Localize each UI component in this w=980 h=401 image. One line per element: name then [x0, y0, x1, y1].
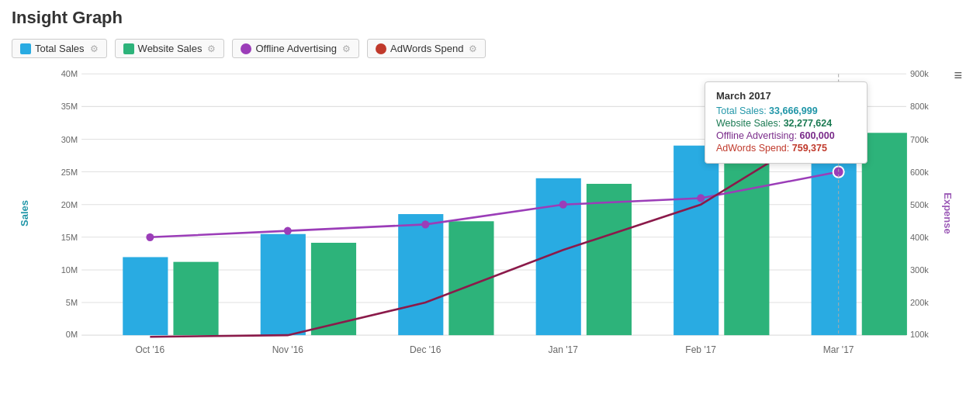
legend-item-offline-advertising[interactable]: Offline Advertising ⚙ — [232, 39, 359, 58]
y-axis-right-label: Expense — [942, 192, 954, 233]
tooltip-website-sales-value: 32,277,624 — [784, 118, 833, 129]
legend-label-adwords-spend: AdWords Spend — [390, 43, 463, 54]
legend-label-website-sales: Website Sales — [138, 43, 203, 54]
bar-dec-total-sales — [398, 214, 443, 335]
svg-text:200k: 200k — [910, 298, 929, 307]
svg-text:5M: 5M — [66, 298, 78, 307]
svg-text:400k: 400k — [910, 233, 929, 242]
legend-color-adwords-spend — [376, 43, 386, 54]
svg-text:15M: 15M — [61, 233, 78, 242]
gear-icon-total-sales[interactable]: ⚙ — [90, 43, 99, 54]
svg-text:100k: 100k — [910, 330, 929, 339]
dot-jan-offline — [559, 201, 567, 209]
svg-text:700k: 700k — [910, 134, 929, 143]
chart-menu-icon[interactable]: ≡ — [954, 67, 962, 84]
svg-text:25M: 25M — [61, 168, 78, 177]
tooltip-adwords-label: AdWords Spend: — [716, 143, 789, 154]
tooltip-total-sales-value: 33,666,999 — [769, 105, 818, 116]
x-label-jan: Jan '17 — [549, 344, 579, 355]
bar-mar-website-sales — [862, 133, 907, 335]
tooltip-total-sales-label: Total Sales: — [716, 105, 767, 116]
tooltip-offline-value: 600,000 — [799, 130, 834, 141]
dot-feb-offline — [697, 194, 705, 202]
bar-feb-website-sales — [724, 156, 769, 335]
x-label-dec: Dec '16 — [410, 344, 442, 355]
gear-icon-adwords-spend[interactable]: ⚙ — [469, 43, 477, 54]
gear-icon-offline-advertising[interactable]: ⚙ — [342, 43, 351, 54]
tooltip-offline-label: Offline Advertising: — [716, 130, 797, 141]
tooltip-row-offline: Offline Advertising: 600,000 — [716, 130, 856, 141]
svg-text:30M: 30M — [61, 134, 78, 143]
y-axis-left-label: Sales — [19, 200, 30, 226]
tooltip-row-website-sales: Website Sales: 32,277,624 — [716, 118, 856, 129]
bar-oct-total-sales — [123, 257, 168, 335]
tooltip-adwords-value: 759,375 — [792, 143, 827, 154]
bar-nov-total-sales — [261, 234, 306, 335]
svg-text:600k: 600k — [910, 168, 929, 177]
dot-oct-offline — [146, 233, 154, 241]
x-label-nov: Nov '16 — [272, 344, 304, 355]
page-title: Insight Graph — [12, 8, 968, 28]
svg-text:40M: 40M — [61, 69, 78, 78]
svg-text:0M: 0M — [66, 330, 78, 339]
svg-text:800k: 800k — [910, 102, 929, 111]
x-label-feb: Feb '17 — [685, 344, 716, 355]
tooltip-website-sales-label: Website Sales: — [716, 118, 781, 129]
dot-nov-offline — [284, 226, 292, 234]
svg-text:35M: 35M — [61, 102, 78, 111]
svg-text:900k: 900k — [910, 69, 929, 78]
dot-dec-offline — [421, 220, 429, 228]
tooltip-row-total-sales: Total Sales: 33,666,999 — [716, 105, 856, 116]
svg-text:500k: 500k — [910, 200, 929, 209]
bar-jan-website-sales — [587, 184, 632, 335]
x-label-oct: Oct '16 — [136, 344, 165, 355]
bar-feb-total-sales — [674, 146, 719, 335]
legend-label-offline-advertising: Offline Advertising — [255, 43, 337, 54]
legend-color-offline-advertising — [241, 43, 251, 54]
main-container: Insight Graph Total Sales ⚙ Website Sale… — [0, 0, 980, 401]
gear-icon-website-sales[interactable]: ⚙ — [207, 43, 216, 54]
tooltip-month: March 2017 — [716, 90, 856, 102]
svg-text:20M: 20M — [61, 200, 78, 209]
chart-area: ≡ Sales Expense 40M 35M 30M 25M 20M — [12, 66, 968, 361]
legend-color-website-sales — [123, 43, 134, 54]
legend-color-total-sales — [20, 43, 31, 54]
legend-label-total-sales: Total Sales — [35, 43, 85, 54]
svg-text:10M: 10M — [61, 265, 78, 275]
legend-item-total-sales[interactable]: Total Sales ⚙ — [12, 39, 107, 58]
tooltip-box: March 2017 Total Sales: 33,666,999 Websi… — [705, 81, 867, 164]
svg-text:300k: 300k — [910, 265, 929, 275]
legend-item-adwords-spend[interactable]: AdWords Spend ⚙ — [367, 39, 486, 58]
x-label-mar: Mar '17 — [823, 344, 854, 355]
tooltip-row-adwords: AdWords Spend: 759,375 — [716, 143, 856, 154]
bar-oct-website-sales — [173, 262, 218, 335]
legend-item-website-sales[interactable]: Website Sales ⚙ — [115, 39, 225, 58]
legend-bar: Total Sales ⚙ Website Sales ⚙ Offline Ad… — [12, 39, 968, 58]
